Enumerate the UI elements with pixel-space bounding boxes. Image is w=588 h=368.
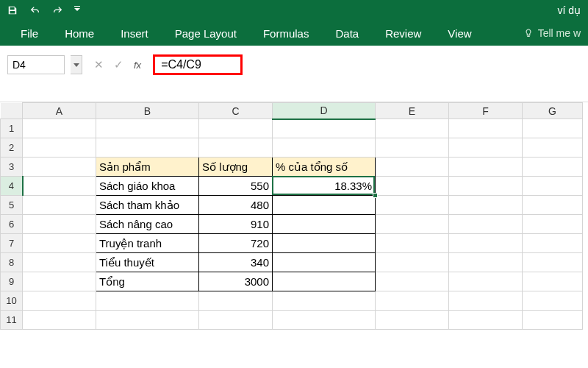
select-all-button[interactable] [1, 103, 23, 119]
cell-F10[interactable] [449, 291, 523, 311]
cell-G8[interactable] [523, 253, 583, 272]
cell-D9[interactable] [273, 272, 376, 291]
cell-G1[interactable] [523, 119, 583, 138]
cell-E3[interactable] [376, 158, 449, 177]
cell-D11[interactable] [273, 311, 376, 330]
cell-G9[interactable] [523, 272, 583, 291]
cell-A10[interactable] [23, 291, 96, 311]
name-box[interactable] [7, 55, 65, 74]
cell-G3[interactable] [523, 158, 583, 177]
col-header-C[interactable]: C [199, 103, 273, 119]
cell-A2[interactable] [23, 138, 96, 158]
enter-icon[interactable]: ✓ [114, 58, 123, 71]
undo-icon[interactable] [29, 5, 40, 15]
row-header-5[interactable]: 5 [1, 196, 23, 215]
cell-A8[interactable] [23, 253, 96, 272]
cell-C3[interactable]: Số lượng [199, 158, 273, 177]
cell-B8[interactable]: Tiểu thuyết [96, 253, 199, 272]
cell-B6[interactable]: Sách nâng cao [96, 215, 199, 234]
cell-C6[interactable]: 910 [199, 215, 273, 234]
row-header-9[interactable]: 9 [1, 272, 23, 291]
cell-D6[interactable] [273, 215, 376, 234]
tell-me-search[interactable]: Tell me w [523, 27, 588, 39]
cell-C4[interactable]: 550 [199, 177, 273, 196]
tab-home[interactable]: Home [51, 21, 107, 46]
tab-review[interactable]: Review [372, 21, 434, 46]
cell-D8[interactable] [273, 253, 376, 272]
cell-E5[interactable] [376, 196, 449, 215]
row-header-6[interactable]: 6 [1, 215, 23, 234]
tab-view[interactable]: View [434, 21, 484, 46]
cell-C1[interactable] [199, 119, 273, 138]
cell-D1[interactable] [273, 119, 376, 138]
row-header-7[interactable]: 7 [1, 234, 23, 253]
col-header-G[interactable]: G [523, 103, 583, 119]
cell-G11[interactable] [523, 311, 583, 330]
cell-B2[interactable] [96, 138, 199, 158]
cell-E1[interactable] [376, 119, 449, 138]
cell-B1[interactable] [96, 119, 199, 138]
cell-C5[interactable]: 480 [199, 196, 273, 215]
tab-page-layout[interactable]: Page Layout [162, 21, 250, 46]
cell-D3[interactable]: % của tổng số [273, 158, 376, 177]
col-header-E[interactable]: E [376, 103, 449, 119]
cell-F6[interactable] [449, 215, 523, 234]
cell-B7[interactable]: Truyện tranh [96, 234, 199, 253]
cell-C2[interactable] [199, 138, 273, 158]
cell-D4[interactable]: 18.33% [273, 177, 376, 196]
cell-G4[interactable] [523, 177, 583, 196]
cell-F2[interactable] [449, 138, 523, 158]
cell-G10[interactable] [523, 291, 583, 311]
cell-F5[interactable] [449, 196, 523, 215]
cell-C11[interactable] [199, 311, 273, 330]
cell-B4[interactable]: Sách giáo khoa [96, 177, 199, 196]
row-header-10[interactable]: 10 [1, 291, 23, 311]
cell-E9[interactable] [376, 272, 449, 291]
cell-C10[interactable] [199, 291, 273, 311]
cell-E11[interactable] [376, 311, 449, 330]
tab-file[interactable]: File [7, 21, 51, 46]
cell-A9[interactable] [23, 272, 96, 291]
cell-F7[interactable] [449, 234, 523, 253]
cell-G5[interactable] [523, 196, 583, 215]
cell-B10[interactable] [96, 291, 199, 311]
row-header-1[interactable]: 1 [1, 119, 23, 138]
cell-A5[interactable] [23, 196, 96, 215]
row-header-4[interactable]: 4 [1, 177, 23, 196]
cell-A1[interactable] [23, 119, 96, 138]
row-header-8[interactable]: 8 [1, 253, 23, 272]
tab-data[interactable]: Data [322, 21, 372, 46]
cell-E7[interactable] [376, 234, 449, 253]
cell-A11[interactable] [23, 311, 96, 330]
row-header-3[interactable]: 3 [1, 158, 23, 177]
row-header-11[interactable]: 11 [1, 311, 23, 330]
redo-icon[interactable] [51, 5, 62, 15]
col-header-A[interactable]: A [23, 103, 96, 119]
cell-D7[interactable] [273, 234, 376, 253]
cell-A4[interactable] [23, 177, 96, 196]
col-header-D[interactable]: D [273, 103, 376, 119]
cell-B11[interactable] [96, 311, 199, 330]
cell-A7[interactable] [23, 234, 96, 253]
cell-D10[interactable] [273, 291, 376, 311]
save-icon[interactable] [7, 5, 18, 15]
cell-A3[interactable] [23, 158, 96, 177]
cell-F1[interactable] [449, 119, 523, 138]
tab-formulas[interactable]: Formulas [250, 21, 323, 46]
col-header-B[interactable]: B [96, 103, 199, 119]
cell-G6[interactable] [523, 215, 583, 234]
cell-C8[interactable]: 340 [199, 253, 273, 272]
cell-C7[interactable]: 720 [199, 234, 273, 253]
cancel-icon[interactable]: ✕ [94, 58, 104, 71]
cell-G2[interactable] [523, 138, 583, 158]
cell-E4[interactable] [376, 177, 449, 196]
cell-B5[interactable]: Sách tham khảo [96, 196, 199, 215]
spreadsheet-grid[interactable]: A B C D E F G 1 2 3Sản phẩmSố lượng% của… [0, 102, 588, 330]
qat-dropdown-icon[interactable] [74, 5, 84, 15]
cell-F8[interactable] [449, 253, 523, 272]
cell-E2[interactable] [376, 138, 449, 158]
cell-B9[interactable]: Tổng [96, 272, 199, 291]
row-header-2[interactable]: 2 [1, 138, 23, 158]
cell-D5[interactable] [273, 196, 376, 215]
name-box-dropdown[interactable] [71, 55, 82, 74]
